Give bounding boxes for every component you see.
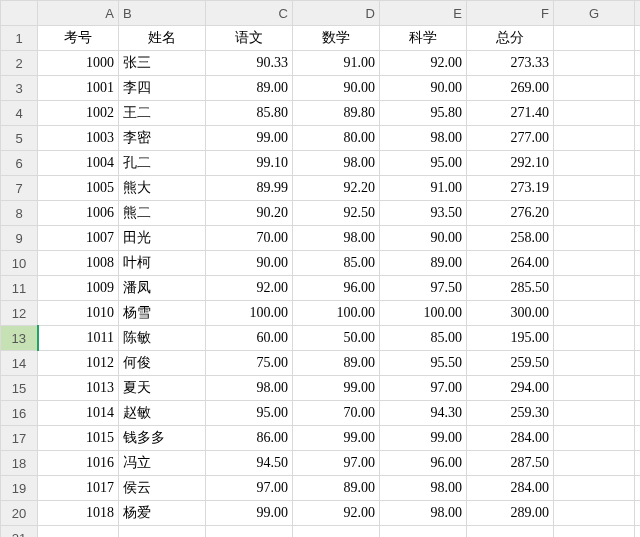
cell-D15[interactable]: 99.00: [293, 376, 380, 401]
cell-G13[interactable]: [554, 326, 635, 351]
spreadsheet-grid[interactable]: ABCDEFGH1考号姓名语文数学科学总分21000张三90.3391.0092…: [0, 0, 640, 537]
column-header-G[interactable]: G: [554, 1, 635, 26]
cell-G3[interactable]: [554, 76, 635, 101]
cell-F9[interactable]: 258.00: [467, 226, 554, 251]
cell-B5[interactable]: 李密: [119, 126, 206, 151]
cell-H3[interactable]: [635, 76, 641, 101]
cell-A10[interactable]: 1008: [38, 251, 119, 276]
cell-H2[interactable]: [635, 51, 641, 76]
cell-E14[interactable]: 95.50: [380, 351, 467, 376]
cell-C11[interactable]: 92.00: [206, 276, 293, 301]
cell-A15[interactable]: 1013: [38, 376, 119, 401]
cell-D19[interactable]: 89.00: [293, 476, 380, 501]
cell-B19[interactable]: 侯云: [119, 476, 206, 501]
cell-H1[interactable]: [635, 26, 641, 51]
row-header-8[interactable]: 8: [1, 201, 38, 226]
row-header-21[interactable]: 21: [1, 526, 38, 538]
cell-B12[interactable]: 杨雪: [119, 301, 206, 326]
cell-F20[interactable]: 289.00: [467, 501, 554, 526]
cell-B18[interactable]: 冯立: [119, 451, 206, 476]
cell-B3[interactable]: 李四: [119, 76, 206, 101]
cell-A11[interactable]: 1009: [38, 276, 119, 301]
cell-G12[interactable]: [554, 301, 635, 326]
cell-H7[interactable]: [635, 176, 641, 201]
cell-H5[interactable]: [635, 126, 641, 151]
cell-A4[interactable]: 1002: [38, 101, 119, 126]
cell-E2[interactable]: 92.00: [380, 51, 467, 76]
cell-C9[interactable]: 70.00: [206, 226, 293, 251]
cell-H11[interactable]: [635, 276, 641, 301]
cell-G21[interactable]: [554, 526, 635, 538]
cell-F17[interactable]: 284.00: [467, 426, 554, 451]
cell-C17[interactable]: 86.00: [206, 426, 293, 451]
cell-H17[interactable]: [635, 426, 641, 451]
cell-G14[interactable]: [554, 351, 635, 376]
cell-H8[interactable]: [635, 201, 641, 226]
cell-A17[interactable]: 1015: [38, 426, 119, 451]
cell-A3[interactable]: 1001: [38, 76, 119, 101]
cell-D8[interactable]: 92.50: [293, 201, 380, 226]
cell-F13[interactable]: 195.00: [467, 326, 554, 351]
cell-D3[interactable]: 90.00: [293, 76, 380, 101]
cell-F4[interactable]: 271.40: [467, 101, 554, 126]
row-header-12[interactable]: 12: [1, 301, 38, 326]
row-header-10[interactable]: 10: [1, 251, 38, 276]
corner-cell[interactable]: [1, 1, 38, 26]
cell-E21[interactable]: [380, 526, 467, 538]
row-header-16[interactable]: 16: [1, 401, 38, 426]
cell-B4[interactable]: 王二: [119, 101, 206, 126]
cell-H21[interactable]: [635, 526, 641, 538]
cell-F16[interactable]: 259.30: [467, 401, 554, 426]
cell-E10[interactable]: 89.00: [380, 251, 467, 276]
cell-E11[interactable]: 97.50: [380, 276, 467, 301]
cell-E15[interactable]: 97.00: [380, 376, 467, 401]
cell-C10[interactable]: 90.00: [206, 251, 293, 276]
cell-D12[interactable]: 100.00: [293, 301, 380, 326]
cell-A1[interactable]: 考号: [38, 26, 119, 51]
cell-H12[interactable]: [635, 301, 641, 326]
column-header-B[interactable]: B: [119, 1, 206, 26]
cell-H13[interactable]: [635, 326, 641, 351]
row-header-5[interactable]: 5: [1, 126, 38, 151]
cell-B14[interactable]: 何俊: [119, 351, 206, 376]
cell-C7[interactable]: 89.99: [206, 176, 293, 201]
column-header-A[interactable]: A: [38, 1, 119, 26]
cell-B7[interactable]: 熊大: [119, 176, 206, 201]
cell-G5[interactable]: [554, 126, 635, 151]
cell-G20[interactable]: [554, 501, 635, 526]
cell-B1[interactable]: 姓名: [119, 26, 206, 51]
column-header-H[interactable]: H: [635, 1, 641, 26]
column-header-F[interactable]: F: [467, 1, 554, 26]
cell-A8[interactable]: 1006: [38, 201, 119, 226]
cell-A6[interactable]: 1004: [38, 151, 119, 176]
cell-D18[interactable]: 97.00: [293, 451, 380, 476]
cell-C14[interactable]: 75.00: [206, 351, 293, 376]
row-header-15[interactable]: 15: [1, 376, 38, 401]
cell-H16[interactable]: [635, 401, 641, 426]
cell-B17[interactable]: 钱多多: [119, 426, 206, 451]
cell-D5[interactable]: 80.00: [293, 126, 380, 151]
cell-H18[interactable]: [635, 451, 641, 476]
cell-D2[interactable]: 91.00: [293, 51, 380, 76]
cell-F5[interactable]: 277.00: [467, 126, 554, 151]
cell-A2[interactable]: 1000: [38, 51, 119, 76]
cell-E1[interactable]: 科学: [380, 26, 467, 51]
cell-G18[interactable]: [554, 451, 635, 476]
cell-C5[interactable]: 99.00: [206, 126, 293, 151]
cell-B9[interactable]: 田光: [119, 226, 206, 251]
cell-A5[interactable]: 1003: [38, 126, 119, 151]
cell-F21[interactable]: [467, 526, 554, 538]
cell-F15[interactable]: 294.00: [467, 376, 554, 401]
cell-A18[interactable]: 1016: [38, 451, 119, 476]
cell-C1[interactable]: 语文: [206, 26, 293, 51]
row-header-18[interactable]: 18: [1, 451, 38, 476]
cell-B10[interactable]: 叶柯: [119, 251, 206, 276]
cell-G2[interactable]: [554, 51, 635, 76]
cell-D1[interactable]: 数学: [293, 26, 380, 51]
cell-G8[interactable]: [554, 201, 635, 226]
cell-C6[interactable]: 99.10: [206, 151, 293, 176]
cell-C19[interactable]: 97.00: [206, 476, 293, 501]
cell-H9[interactable]: [635, 226, 641, 251]
cell-C15[interactable]: 98.00: [206, 376, 293, 401]
cell-F1[interactable]: 总分: [467, 26, 554, 51]
